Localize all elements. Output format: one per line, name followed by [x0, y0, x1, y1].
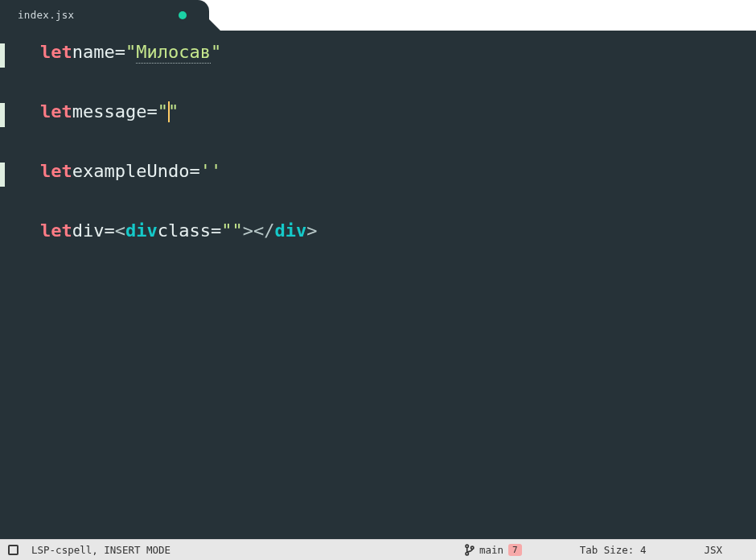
string-literal: "Милосав": [125, 43, 221, 61]
operator: =: [189, 163, 199, 180]
tab-bar: index.jsx: [0, 0, 756, 31]
jsx-open-bracket: </: [253, 222, 275, 240]
gutter-modified-icon: [0, 103, 5, 127]
identifier: div: [72, 222, 105, 240]
jsx-close-bracket: >: [243, 222, 253, 240]
language-indicator[interactable]: JSX: [704, 544, 722, 556]
jsx-close-bracket: >: [306, 222, 317, 240]
panel-toggle-icon[interactable]: [8, 545, 18, 555]
code-editor[interactable]: let name = "Милосав" let message = "" le…: [0, 31, 756, 539]
quote: ': [200, 161, 211, 181]
code-line[interactable]: let exampleUndo = '': [0, 163, 756, 187]
quote: ": [158, 101, 168, 121]
quote: ': [211, 161, 221, 181]
identifier: exampleUndo: [72, 163, 190, 180]
operator: =: [146, 103, 157, 121]
jsx-tag: div: [274, 222, 306, 240]
branch-name: main: [479, 544, 503, 556]
blank-line: [0, 127, 756, 163]
branch-changes-badge: 7: [508, 544, 522, 556]
tab-size-indicator[interactable]: Tab Size: 4: [580, 544, 647, 556]
identifier: name: [72, 43, 115, 61]
git-branch-icon: [464, 544, 475, 556]
tab-filename: index.jsx: [18, 9, 74, 21]
quote: ": [125, 42, 136, 62]
git-branch[interactable]: main 7: [464, 544, 522, 556]
quote: ": [211, 42, 221, 62]
string-literal: "": [158, 103, 179, 121]
file-tab[interactable]: index.jsx: [0, 0, 209, 31]
dirty-indicator-icon: [179, 11, 187, 19]
keyword: let: [40, 43, 72, 61]
operator: =: [115, 43, 125, 61]
code-line[interactable]: let name = "Милосав": [0, 43, 756, 68]
status-bar: LSP-cspell, INSERT MODE main 7 Tab Size:…: [0, 539, 756, 560]
editor-window: index.jsx let name = "Милосав" let messa…: [0, 0, 756, 560]
keyword: let: [40, 103, 72, 121]
svg-point-1: [466, 552, 468, 554]
string-literal: "": [221, 222, 243, 240]
gutter-modified-icon: [0, 43, 5, 68]
keyword: let: [40, 163, 72, 180]
jsx-tag: div: [125, 222, 158, 240]
jsx-open-bracket: <: [115, 222, 125, 240]
operator: =: [105, 222, 115, 240]
blank-line: [0, 187, 756, 222]
svg-point-2: [470, 546, 473, 549]
status-mode[interactable]: LSP-cspell, INSERT MODE: [31, 544, 171, 556]
keyword: let: [40, 222, 72, 240]
string-value: Милосав: [136, 42, 211, 64]
gutter-modified-icon: [0, 163, 5, 187]
identifier: message: [72, 103, 147, 121]
jsx-attribute: class: [158, 222, 211, 240]
code-line[interactable]: let div = <div class=""></div>: [0, 222, 756, 246]
svg-point-0: [466, 545, 468, 547]
string-literal: '': [200, 163, 222, 180]
equals: =: [211, 222, 221, 240]
code-line[interactable]: let message = "": [0, 103, 756, 127]
blank-line: [0, 68, 756, 103]
